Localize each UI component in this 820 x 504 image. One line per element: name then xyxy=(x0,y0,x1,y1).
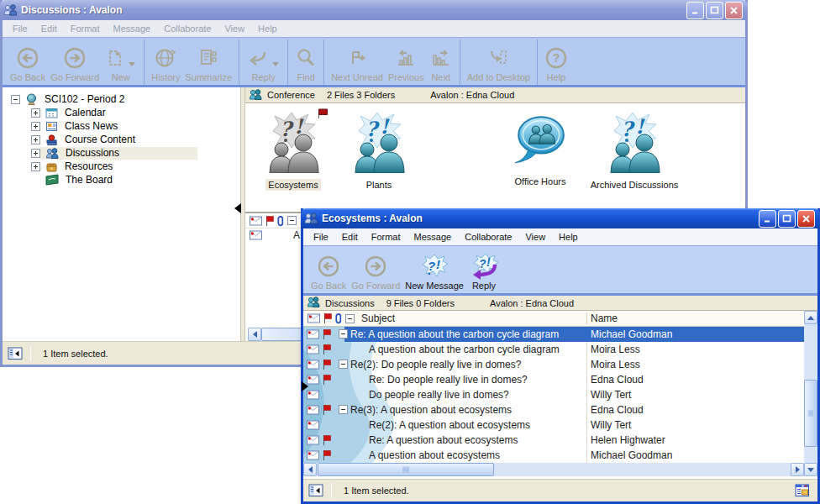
collapse-pane-arrow[interactable] xyxy=(234,203,241,213)
menu-help[interactable]: Help xyxy=(251,22,284,35)
menu-view[interactable]: View xyxy=(518,230,552,244)
reply-icon xyxy=(246,45,270,71)
toolbar-help[interactable]: ?Help xyxy=(542,39,570,85)
collapse-thread-icon[interactable] xyxy=(339,329,348,339)
message-row[interactable]: A question about the carbon cycle diagra… xyxy=(303,342,804,357)
toolbar-reply[interactable]: Reply xyxy=(244,39,283,85)
menu-edit[interactable]: Edit xyxy=(335,230,365,244)
envelope-column-icon[interactable] xyxy=(308,313,320,323)
menu-file[interactable]: File xyxy=(307,230,335,244)
expand-box-icon[interactable] xyxy=(31,135,40,144)
toolbar-find[interactable]: Find xyxy=(292,39,319,85)
message-row[interactable]: Re(2): Do people really live in domes?Mo… xyxy=(303,357,804,372)
scroll-down-button[interactable] xyxy=(804,463,817,476)
scroll-up-button[interactable] xyxy=(804,311,817,324)
message-row[interactable]: Re: Do people really live in domes?Edna … xyxy=(303,372,804,387)
toggle-panel-icon[interactable] xyxy=(308,483,324,498)
collapse-all-icon[interactable] xyxy=(345,314,355,323)
name-column-header[interactable]: Name xyxy=(591,312,618,324)
toolbar-add-to-desktop[interactable]: Add to Desktop xyxy=(465,39,533,85)
toolbar-previous[interactable]: Previous xyxy=(386,39,427,85)
toolbar-new[interactable]: New xyxy=(102,39,139,85)
paperclip-column-icon[interactable] xyxy=(334,312,343,324)
menu-edit[interactable]: Edit xyxy=(34,22,64,35)
menu-file[interactable]: File xyxy=(6,22,34,35)
dropdown-arrow-icon[interactable] xyxy=(272,62,279,66)
titlebar-discussions[interactable]: Discussions : Avalon xyxy=(0,0,748,20)
tree-item-resources[interactable]: Resources xyxy=(3,160,240,173)
conference-item-ecosystems[interactable]: ?!Ecosystems xyxy=(246,111,340,192)
expand-box-icon[interactable] xyxy=(31,149,40,158)
vertical-scrollbar[interactable] xyxy=(804,311,817,476)
toolbar-next-unread[interactable]: Next Unread xyxy=(329,39,386,85)
menu-collaborate[interactable]: Collaborate xyxy=(157,22,218,35)
message-row[interactable]: A question about ecosystemsMichael Goodm… xyxy=(303,448,804,463)
tree-item-the-board[interactable]: The Board xyxy=(3,173,240,186)
conference-item-archived-discussions[interactable]: ?!Archived Discussions xyxy=(587,111,681,192)
collapse-all-icon[interactable] xyxy=(287,216,297,225)
message-row[interactable]: Re: A question about the carbon cycle di… xyxy=(303,327,804,342)
subject-column-header[interactable]: Subject xyxy=(361,312,395,324)
menu-format[interactable]: Format xyxy=(64,22,107,35)
conference-item-plants[interactable]: ?!Plants xyxy=(332,111,426,192)
expand-box-icon[interactable] xyxy=(31,108,40,118)
toolbar-go-back[interactable]: Go Back xyxy=(308,248,349,293)
flag-column-icon[interactable] xyxy=(323,312,333,324)
scroll-thumb[interactable] xyxy=(804,380,817,447)
view-grid-icon[interactable] xyxy=(795,483,811,498)
close-button[interactable] xyxy=(797,210,815,228)
tree-item-sci102-period-2[interactable]: SCI102 - Period 2 xyxy=(3,92,240,106)
toolbar-go-forward[interactable]: Go Forward xyxy=(349,248,402,293)
flag-column-icon[interactable] xyxy=(265,215,275,227)
toolbar-new-message[interactable]: ?!New Message xyxy=(402,248,466,293)
desktop: Discussions : Avalon FileEditFormatMessa… xyxy=(0,0,820,504)
column-divider[interactable] xyxy=(586,312,587,324)
menu-format[interactable]: Format xyxy=(365,230,407,244)
conference-item-office-hours[interactable]: Office Hours xyxy=(493,111,587,188)
toolbar-reply[interactable]: ?!Reply xyxy=(466,248,502,293)
menu-collaborate[interactable]: Collaborate xyxy=(458,230,518,244)
horizontal-scrollbar[interactable] xyxy=(303,463,804,476)
tree-item-calendar[interactable]: Calendar xyxy=(3,106,240,119)
maximize-button[interactable] xyxy=(706,2,723,19)
scroll-left-button[interactable] xyxy=(248,328,261,341)
toolbar-go-back[interactable]: Go Back xyxy=(8,39,48,85)
close-button[interactable] xyxy=(725,2,743,19)
menu-help[interactable]: Help xyxy=(552,230,585,244)
collapse-thread-icon[interactable] xyxy=(339,405,348,414)
message-row[interactable]: Re(3): A question about ecosystemsEdna C… xyxy=(303,402,804,417)
message-row[interactable]: Do people really live in domes?Willy Ter… xyxy=(303,387,804,402)
titlebar-ecosystems[interactable]: Ecosystems : Avalon xyxy=(301,208,820,228)
conference-icon xyxy=(249,88,262,102)
paperclip-column-icon[interactable] xyxy=(276,215,285,227)
envelope-column-icon[interactable] xyxy=(250,216,262,226)
toggle-panel-icon[interactable] xyxy=(8,346,24,361)
message-row[interactable]: Re: A question about ecosystemsHelen Hig… xyxy=(303,433,804,448)
forward-icon xyxy=(364,253,387,280)
toolbar-next[interactable]: Next xyxy=(427,39,455,85)
minimize-button[interactable] xyxy=(686,2,704,19)
tree-item-class-news[interactable]: Class News xyxy=(3,119,240,133)
toolbar-ecosystems: Go BackGo Forward?!New Message?!Reply xyxy=(303,245,817,296)
menu-message[interactable]: Message xyxy=(107,22,158,35)
scroll-left-button[interactable] xyxy=(303,463,317,476)
collapse-thread-icon[interactable] xyxy=(339,360,348,369)
toolbar-go-forward[interactable]: Go Forward xyxy=(48,39,102,85)
collapse-box-icon[interactable] xyxy=(11,95,20,104)
expand-box-icon[interactable] xyxy=(31,122,40,131)
tree-item-discussions[interactable]: Discussions xyxy=(3,146,240,160)
menu-message[interactable]: Message xyxy=(407,230,459,244)
toolbar-history[interactable]: History xyxy=(149,39,182,85)
minimize-button[interactable] xyxy=(759,210,776,228)
expand-box-icon[interactable] xyxy=(31,162,40,171)
collapse-pane-arrow[interactable] xyxy=(302,381,308,391)
tree-item-course-content[interactable]: Course Content xyxy=(3,133,240,146)
menu-view[interactable]: View xyxy=(218,22,251,35)
dropdown-arrow-icon[interactable] xyxy=(129,62,135,66)
toolbar-summarize[interactable]: Summarize xyxy=(183,39,235,85)
message-subject: Re(2): A question about ecosystems xyxy=(369,419,530,431)
scroll-right-button[interactable] xyxy=(791,463,804,476)
maximize-button[interactable] xyxy=(778,210,796,228)
scroll-thumb[interactable] xyxy=(318,463,494,476)
message-row[interactable]: Re(2): A question about ecosystemsWilly … xyxy=(303,417,804,433)
